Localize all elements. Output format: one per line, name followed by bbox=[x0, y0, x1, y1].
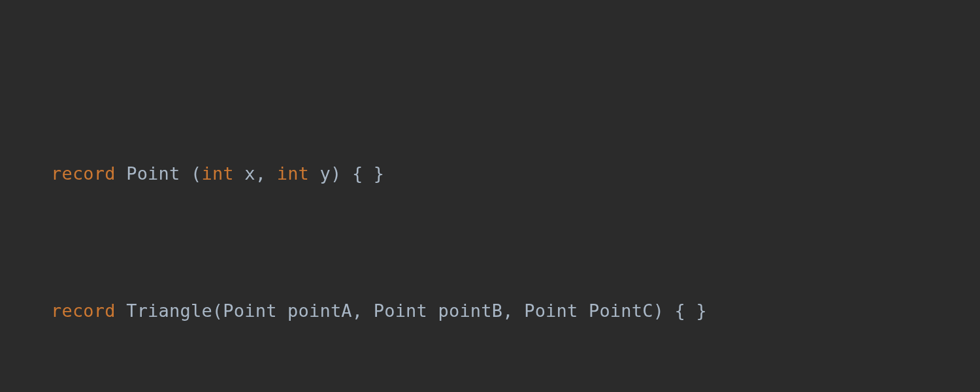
identifier-x: x bbox=[244, 163, 255, 184]
brace-open: { bbox=[352, 163, 363, 184]
type-point: Point bbox=[524, 301, 578, 321]
paren-open: ( bbox=[191, 163, 201, 184]
comma: , bbox=[255, 163, 266, 184]
comma: , bbox=[502, 301, 513, 321]
keyword-int: int bbox=[201, 163, 233, 184]
identifier-pointa: pointA bbox=[287, 301, 352, 321]
keyword-int: int bbox=[277, 163, 309, 184]
code-line[interactable]: record Triangle(Point pointA, Point poin… bbox=[0, 297, 980, 325]
brace-open: { bbox=[675, 301, 685, 321]
paren-open: ( bbox=[212, 301, 223, 321]
identifier-pointc: PointC bbox=[589, 301, 653, 321]
type-point: Point bbox=[374, 301, 427, 321]
type-point: Point bbox=[223, 301, 276, 321]
code-editor[interactable]: record Point (int x, int y) { } record T… bbox=[0, 0, 980, 392]
keyword-record: record bbox=[51, 301, 116, 321]
brace-close: } bbox=[696, 301, 707, 321]
brace-close: } bbox=[374, 163, 384, 184]
keyword-record: record bbox=[51, 163, 116, 184]
identifier-pointb: pointB bbox=[438, 301, 503, 321]
code-line[interactable]: record Point (int x, int y) { } bbox=[0, 160, 980, 188]
identifier-y: y bbox=[320, 163, 331, 184]
paren-close: ) bbox=[653, 301, 664, 321]
type-triangle: Triangle bbox=[126, 301, 212, 321]
paren-close: ) bbox=[331, 163, 341, 184]
type-point: Point bbox=[126, 163, 180, 184]
comma: , bbox=[352, 301, 363, 321]
